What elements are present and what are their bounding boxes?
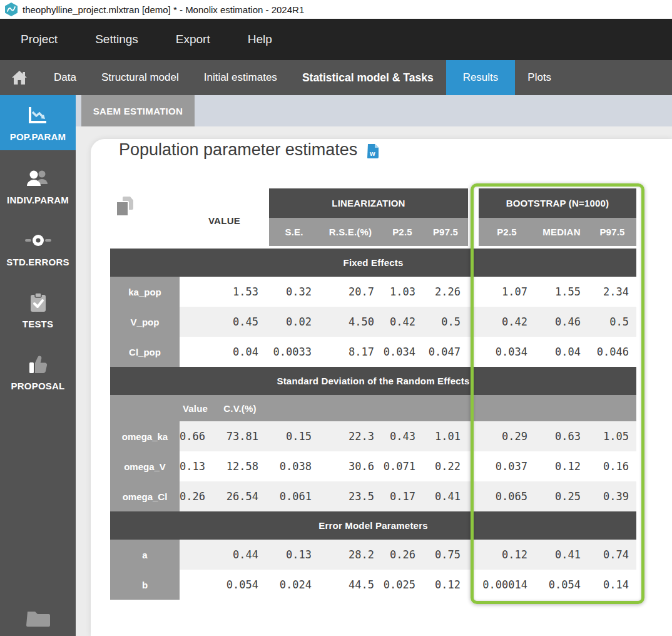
column-group-linearization: LINEARIZATION	[269, 188, 468, 218]
table-row-Cl_pop: Cl_pop0.040.00338.170.0340.0470.0340.040…	[110, 337, 636, 367]
cell-rse: 20.7	[319, 277, 382, 307]
table-row-V_pop: V_pop0.450.024.500.420.50.420.460.5	[110, 307, 636, 337]
column-gap	[468, 481, 479, 511]
cell-se: 0.038	[269, 451, 319, 481]
svg-text:w: w	[369, 150, 375, 157]
value-cv-subheader-row: ValueC.V.(%)	[110, 395, 636, 421]
table-row-omega_ka: omega_ka0.6673.810.1522.30.431.010.290.6…	[110, 421, 636, 451]
cell-rse: 4.50	[319, 307, 382, 337]
sidebar-item-indiv-param[interactable]: INDIV.PARAM	[0, 160, 76, 212]
cell-bootstrap-p25: 0.037	[479, 451, 535, 481]
copy-table-icon[interactable]	[116, 197, 133, 217]
cell-value: 0.04	[180, 337, 269, 367]
menu-item-project[interactable]: Project	[21, 33, 58, 46]
cell-bootstrap-median: 1.55	[535, 277, 588, 307]
sidebar: POP.PARAMINDIV.PARAMSTD.ERRORSTESTSPROPO…	[0, 95, 76, 636]
column-gap	[468, 218, 479, 246]
column-gap	[468, 307, 479, 337]
column-gap	[468, 570, 479, 600]
cell-se: 0.32	[269, 277, 319, 307]
cell-p975: 0.5	[423, 307, 468, 337]
cell-se: 0.13	[269, 540, 319, 570]
project-folder-icon[interactable]	[0, 608, 76, 627]
cell-value: 1.53	[180, 277, 269, 307]
cell-p975: 0.41	[423, 481, 468, 511]
content-area: Population parameter estimates w	[76, 126, 672, 636]
row-label: Cl_pop	[110, 337, 180, 367]
cell-rse: 8.17	[319, 337, 382, 367]
cell-value: 0.26	[180, 481, 211, 511]
cell-rse: 22.3	[319, 421, 382, 451]
column-gap	[468, 277, 479, 307]
cell-bootstrap-p975: 0.39	[588, 481, 636, 511]
sidebar-item-label: POP.PARAM	[10, 131, 66, 142]
cell-p975: 0.75	[423, 540, 468, 570]
menu-item-settings[interactable]: Settings	[95, 33, 138, 46]
cell-bootstrap-p975: 0.046	[588, 337, 636, 367]
nav-tab-plots[interactable]: Plots	[515, 60, 564, 95]
cell-bootstrap-median: 0.04	[535, 337, 588, 367]
section-header-row: Fixed Effects	[110, 249, 636, 277]
individuals-icon	[26, 168, 51, 189]
home-icon[interactable]	[11, 70, 28, 85]
cell-p25: 1.03	[382, 277, 423, 307]
cell-bootstrap-p975: 0.16	[588, 451, 636, 481]
error-node-icon	[24, 230, 52, 251]
cell-value: 0.45	[180, 307, 269, 337]
nav-tab-initial-estimates[interactable]: Initial estimates	[191, 60, 290, 95]
nav-tab-results[interactable]: Results	[446, 60, 516, 95]
sidebar-item-label: INDIV.PARAM	[7, 195, 69, 205]
monolix-logo-icon	[5, 3, 18, 16]
cell-p25: 0.17	[382, 481, 423, 511]
nav-tab-statistical-model-tasks[interactable]: Statistical model & Tasks	[290, 60, 446, 95]
row-label: V_pop	[110, 307, 180, 337]
menu-item-help[interactable]: Help	[248, 33, 272, 46]
cell-se: 0.15	[269, 421, 319, 451]
cell-se: 0.024	[269, 570, 319, 600]
section-header: Standard Deviation of the Random Effects	[110, 367, 636, 395]
column-group-bootstrap: BOOTSTRAP (N=1000)	[479, 188, 636, 218]
cell-p975: 1.01	[423, 421, 468, 451]
word-export-icon[interactable]: w	[367, 144, 379, 158]
menu-item-export[interactable]: Export	[176, 33, 210, 46]
sidebar-item-proposal[interactable]: PROPOSAL	[0, 346, 76, 398]
nav-tab-data[interactable]: Data	[41, 60, 89, 95]
table-row-omega_Cl: omega_Cl0.2626.540.06123.50.170.410.0650…	[110, 481, 636, 511]
sidebar-item-std-errors[interactable]: STD.ERRORS	[0, 222, 76, 274]
cell-cv: 26.54	[211, 481, 269, 511]
cell-bootstrap-median: 0.46	[535, 307, 588, 337]
cell-cv: 12.58	[211, 451, 269, 481]
nav-tab-structural-model[interactable]: Structural model	[89, 60, 191, 95]
sidebar-item-label: TESTS	[23, 319, 53, 329]
sidebar-item-label: PROPOSAL	[11, 381, 65, 391]
results-card: Population parameter estimates w	[91, 139, 672, 636]
cell-value: 0.44	[180, 540, 269, 570]
table-row-b: b0.0540.02444.50.0250.120.000140.0540.14	[110, 570, 636, 600]
cell-p975: 0.12	[423, 570, 468, 600]
cell-p25: 0.43	[382, 421, 423, 451]
cell-p975: 0.047	[423, 337, 468, 367]
sidebar-item-tests[interactable]: TESTS	[0, 284, 76, 336]
window-titlebar: theophylline_project.mlxtran [demo] * - …	[0, 0, 672, 19]
cell-p975: 2.26	[423, 277, 468, 307]
cell-bootstrap-p975: 0.74	[588, 540, 636, 570]
column-gap	[468, 188, 479, 218]
cell-rse: 23.5	[319, 481, 382, 511]
row-label: a	[110, 540, 180, 570]
cell-bootstrap-p975: 0.5	[588, 307, 636, 337]
cell-bootstrap-median: 0.054	[535, 570, 588, 600]
cell-bootstrap-p25: 0.065	[479, 481, 535, 511]
cell-se: 0.061	[269, 481, 319, 511]
cell-p25: 0.26	[382, 540, 423, 570]
clipboard-check-icon	[29, 292, 47, 313]
cell-bootstrap-p975: 0.14	[588, 570, 636, 600]
cell-bootstrap-p25: 0.12	[479, 540, 535, 570]
sidebar-item-label: STD.ERRORS	[6, 257, 69, 267]
table-row-ka_pop: ka_pop1.530.3220.71.032.261.071.552.34	[110, 277, 636, 307]
main-nav: DataStructural modelInitial estimatesSta…	[0, 60, 672, 95]
cell-p25: 0.071	[382, 451, 423, 481]
sidebar-item-pop-param[interactable]: POP.PARAM	[0, 95, 76, 150]
pop-param-table: VALUE LINEARIZATION BOOTSTRAP (N=1000) S…	[110, 188, 636, 600]
cell-se: 0.02	[269, 307, 319, 337]
tab-saem-estimation[interactable]: SAEM ESTIMATION	[81, 95, 195, 126]
